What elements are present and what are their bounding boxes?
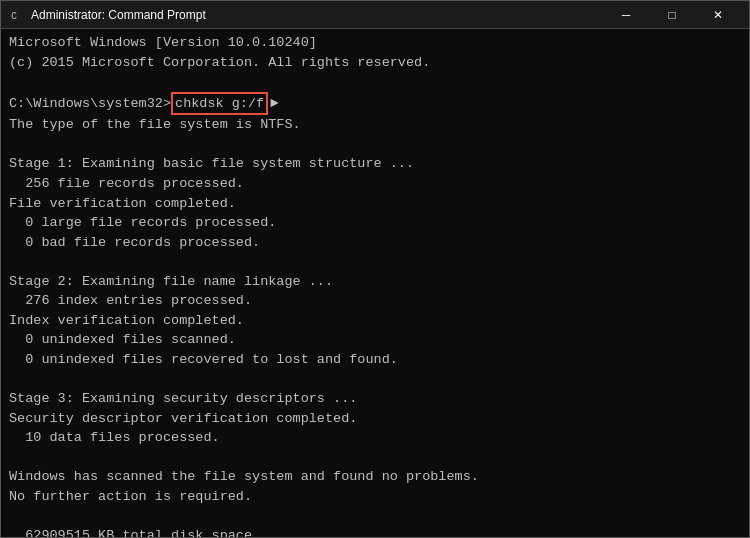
window-controls: ─ □ ✕ [603,1,741,29]
close-button[interactable]: ✕ [695,1,741,29]
console-line-9: 0 bad file records processed. [9,233,741,253]
console-line-11: 276 index entries processed. [9,291,741,311]
command-highlight: chkdsk g:/f [171,92,268,116]
window-title: Administrator: Command Prompt [31,8,603,22]
console-line-16: Security descriptor verification complet… [9,409,741,429]
cmd-window: C Administrator: Command Prompt ─ □ ✕ Mi… [0,0,750,538]
console-line-17: 10 data files processed. [9,428,741,448]
title-bar: C Administrator: Command Prompt ─ □ ✕ [1,1,749,29]
console-line-20: 62909515 KB total disk space. [9,526,741,537]
svg-text:C: C [11,11,17,22]
console-line-13: 0 unindexed files scanned. [9,330,741,350]
console-line-10: Stage 2: Examining file name linkage ... [9,272,741,292]
console-line-12: Index verification completed. [9,311,741,331]
console-line-7: File verification completed. [9,194,741,214]
console-line-18: Windows has scanned the file system and … [9,467,741,487]
console-line-15: Stage 3: Examining security descriptors … [9,389,741,409]
maximize-button[interactable]: □ [649,1,695,29]
console-line-1: Microsoft Windows [Version 10.0.10240] [9,33,741,53]
console-output[interactable]: Microsoft Windows [Version 10.0.10240] (… [1,29,749,537]
console-line-8: 0 large file records processed. [9,213,741,233]
console-line-14: 0 unindexed files recovered to lost and … [9,350,741,370]
minimize-button[interactable]: ─ [603,1,649,29]
console-line-2: (c) 2015 Microsoft Corporation. All righ… [9,53,741,73]
prompt: C:\Windows\system32> [9,94,171,114]
console-line-19: No further action is required. [9,487,741,507]
cmd-icon: C [9,7,25,23]
console-line-6: 256 file records processed. [9,174,741,194]
cursor: ► [270,93,278,113]
command-input-line: C:\Windows\system32>chkdsk g:/f ► [9,92,741,116]
console-line-5: Stage 1: Examining basic file system str… [9,154,741,174]
console-line-4: The type of the file system is NTFS. [9,115,741,135]
